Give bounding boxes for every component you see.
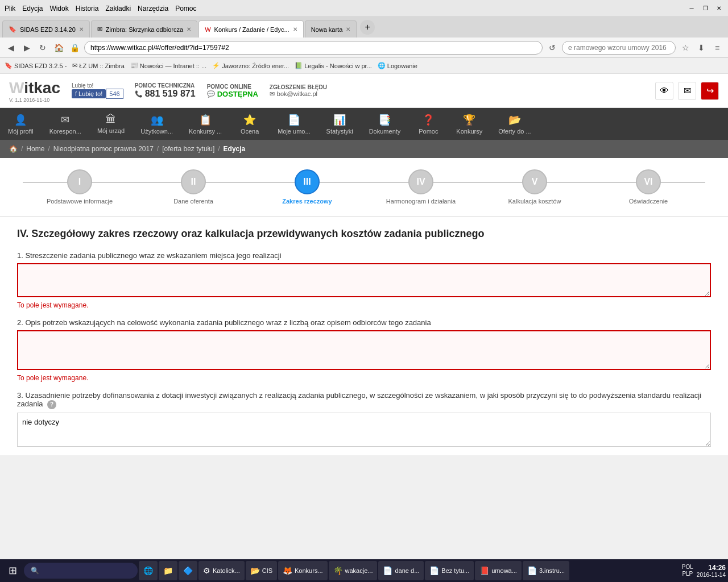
step-1-circle: I <box>67 169 92 194</box>
logout-button[interactable]: ↪ <box>701 82 719 100</box>
step-2[interactable]: II Dane oferenta <box>136 169 250 205</box>
field-1-textarea[interactable] <box>17 263 711 297</box>
menu-edycja[interactable]: Edycja <box>22 5 43 13</box>
tab-nowa[interactable]: Nowa karta ✕ <box>305 20 357 38</box>
taskbar-btn-firefox[interactable]: 🦊 Konkurs... <box>278 561 328 580</box>
mail-button[interactable]: ✉ <box>678 82 696 100</box>
nav-konkursy2[interactable]: 🏆 Konkursy <box>448 108 490 140</box>
breadcrumb-home-icon[interactable]: 🏠 <box>9 145 18 153</box>
nav-moje-umowy[interactable]: 📄 Moje umo... <box>270 108 318 140</box>
bookmark-logowanie[interactable]: 🌐 Logowanie <box>378 62 417 69</box>
taskbar-btn-folder[interactable]: 📁 <box>159 561 177 580</box>
forward-button[interactable]: ▶ <box>20 41 33 54</box>
url-input[interactable] <box>84 41 543 55</box>
bookmark-intranet[interactable]: 📰 Nowości — Intranet :: ... <box>130 62 206 69</box>
minimize-button[interactable]: ─ <box>687 4 696 13</box>
home-nav-button[interactable]: 🏠 <box>52 41 65 54</box>
menu-historia[interactable]: Historia <box>76 5 99 13</box>
reload-icon[interactable]: ↺ <box>546 41 559 54</box>
field-2-label: 2. Opis potrzeb wskazujących na celowość… <box>17 318 711 327</box>
nav-dokumenty[interactable]: 📑 Dokumenty <box>361 108 409 140</box>
menu-icon[interactable]: ≡ <box>711 41 723 54</box>
bookmark-jaworzno[interactable]: ⚡ Jaworzno: Źródło ener... <box>212 62 289 69</box>
nav-konkursy[interactable]: 📋 Konkursy ... <box>181 108 230 140</box>
menu-zakladki[interactable]: Zakładki <box>105 5 131 13</box>
tab-konkurs[interactable]: W Konkurs / Zadanie / Edyc... ✕ <box>198 20 303 38</box>
nav-statystyki[interactable]: 📊 Statystyki <box>318 108 361 140</box>
tab-nowa-close[interactable]: ✕ <box>346 26 350 32</box>
restore-button[interactable]: ❐ <box>701 4 710 13</box>
step-5[interactable]: V Kalkulacja kosztów <box>478 169 592 205</box>
online-status: DOSTĘPNA <box>217 90 258 98</box>
refresh-button[interactable]: ↻ <box>36 41 49 54</box>
breadcrumb-home-link[interactable]: Home <box>26 145 44 153</box>
nav-bar: 👤 Mój profil ✉ Korespon... 🏛 Mój urząd 👥… <box>0 108 728 140</box>
nav-korespondencja[interactable]: ✉ Korespon... <box>42 108 89 140</box>
taskbar-btn-ie[interactable]: 🌐 <box>139 561 158 580</box>
field-3-help-icon[interactable]: ? <box>47 400 56 409</box>
bookmark-legalis[interactable]: 📗 Legalis - Nowości w pr... <box>295 62 372 69</box>
search-input[interactable] <box>562 41 676 55</box>
wakacje-icon: 🌴 <box>333 566 343 575</box>
taskbar-btn-katolick[interactable]: ⚙ Katolick... <box>198 561 245 580</box>
download-icon[interactable]: ⬇ <box>695 41 708 54</box>
close-button[interactable]: ✕ <box>714 4 723 13</box>
step-1[interactable]: I Podstawowe informacje <box>23 169 136 205</box>
new-tab-button[interactable]: + <box>360 20 375 35</box>
taskbar-btn-wakacje[interactable]: 🌴 wakacje... <box>329 561 378 580</box>
start-button[interactable]: ⊞ <box>2 560 23 581</box>
breadcrumb-bar: 🏠 / Home / Nieodpłatna pomoc prawna 2017… <box>0 140 728 158</box>
field-2-textarea[interactable] <box>17 330 711 370</box>
step-3[interactable]: III Zakres rzeczowy <box>250 169 364 205</box>
star-icon[interactable]: ☆ <box>679 41 692 54</box>
menu-narzedzia[interactable]: Narzędzia <box>138 5 168 13</box>
menu-plik[interactable]: Plik <box>5 5 15 13</box>
logo-version: V. 1.1 2016-11-10 <box>9 97 49 103</box>
bookmark-logowanie-icon: 🌐 <box>378 62 386 69</box>
browser-titlebar: Plik Edycja Widok Historia Zakładki Narz… <box>0 0 728 17</box>
tab-sidas[interactable]: 🔖 SIDAS EZD 3.14.20 ✕ <box>2 20 90 38</box>
nav-ocena[interactable]: ⭐ Ocena <box>230 108 270 140</box>
taskbar-date: 2016-11-14 <box>697 572 726 578</box>
nav-uzytkownicy[interactable]: 👥 Użytkown... <box>133 108 181 140</box>
trophy-icon: 🏆 <box>463 114 475 126</box>
step-4[interactable]: IV Harmonogram i działania <box>364 169 478 205</box>
nav-moj-profil[interactable]: 👤 Mój profil <box>0 108 42 140</box>
step-2-label: Dane oferenta <box>173 198 213 205</box>
taskbar-btn-instru[interactable]: 📄 3.instru... <box>523 561 569 580</box>
breadcrumb-competition-link[interactable]: Nieodpłatna pomoc prawna 2017 <box>53 145 154 153</box>
tab-konkurs-close[interactable]: ✕ <box>293 26 297 32</box>
nav-konkursy2-label: Konkursy <box>456 128 482 135</box>
browser-menu[interactable]: Plik Edycja Widok Historia Zakładki Narz… <box>5 5 196 13</box>
facebook-like-button[interactable]: f Lubię to! <box>72 89 106 98</box>
taskbar-btn-umowa[interactable]: 📕 umowa... <box>475 561 522 580</box>
clipboard-icon: 📋 <box>199 114 212 126</box>
tab-sidas-close[interactable]: ✕ <box>79 26 84 32</box>
user-icon: 👤 <box>14 114 27 126</box>
menu-widok[interactable]: Widok <box>49 5 68 13</box>
field-3-textarea[interactable]: nie dotyczy <box>17 413 711 447</box>
window-controls[interactable]: ─ ❐ ✕ <box>687 4 723 13</box>
nav-pomoc[interactable]: ❓ Pomoc <box>408 108 448 140</box>
taskbar-lang: POLPLP <box>682 564 693 577</box>
back-button[interactable]: ◀ <box>5 41 17 54</box>
taskbar-btn-katolick-label: Katolick... <box>213 567 240 574</box>
taskbar-btn-dane[interactable]: 📄 dane d... <box>378 561 424 580</box>
menu-pomoc[interactable]: Pomoc <box>175 5 196 13</box>
preview-button[interactable]: 👁 <box>655 82 673 100</box>
bookmark-zimbra[interactable]: ✉ ŁZ UM :: Zimbra <box>72 62 124 69</box>
tab-sidas-icon: 🔖 <box>9 26 16 33</box>
taskbar-btn-bez-tytu[interactable]: 📄 Bez tytu... <box>425 561 474 580</box>
tab-zimbra-close[interactable]: ✕ <box>187 26 191 32</box>
step-6[interactable]: VI Oświadczenie <box>592 169 705 205</box>
taskbar-btn-cis-label: CIS <box>262 567 272 574</box>
nav-oferty[interactable]: 📂 Oferty do ... <box>490 108 539 140</box>
taskbar-search[interactable] <box>24 563 138 579</box>
taskbar-clock: 14:26 2016-11-14 <box>697 564 726 578</box>
bookmark-sidas[interactable]: 🔖 SIDAS EZD 3.2.5 - <box>5 62 67 69</box>
breadcrumb-offer-link[interactable]: [oferta bez tytułu] <box>162 145 214 153</box>
taskbar-btn-edge[interactable]: 🔷 <box>179 561 197 580</box>
taskbar-btn-cis[interactable]: 📂 CIS <box>246 561 277 580</box>
nav-moj-urzad[interactable]: 🏛 Mój urząd <box>89 108 133 140</box>
tab-zimbra[interactable]: ✉ Zimbra: Skrzynka odbiorcza ✕ <box>91 20 197 38</box>
